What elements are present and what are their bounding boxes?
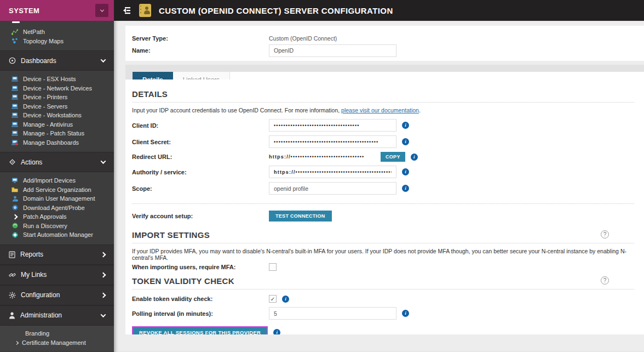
- sidebar-item-device-esx-hosts[interactable]: Device - ESX Hosts: [0, 75, 114, 84]
- sidebar-item-device-servers[interactable]: Device - Servers: [0, 102, 114, 111]
- system-dropdown-button[interactable]: [95, 4, 108, 17]
- monitor-icon: [11, 178, 19, 183]
- sidebar-item-label: Certificate Management: [22, 339, 86, 346]
- laptop-icon: [11, 122, 19, 127]
- sidebar-item-label: Manage Dashboards: [23, 139, 79, 146]
- chevron-right-icon: [101, 272, 106, 277]
- sidebar-item-patch-approvals[interactable]: Patch Approvals: [0, 212, 114, 222]
- sidebar-item-add-import-devices[interactable]: Add/Import Devices: [0, 176, 114, 185]
- sidebar-item-start-automation-manager[interactable]: Start Automation Manager: [0, 230, 114, 240]
- sidebar-item-topology-maps[interactable]: Topology Maps: [0, 37, 114, 46]
- sidebar-item-domain-user-management[interactable]: Domain User Management: [0, 194, 114, 203]
- info-icon[interactable]: i: [402, 122, 409, 129]
- info-icon[interactable]: i: [282, 296, 289, 303]
- automation-gear-icon: [11, 232, 19, 238]
- sidebar-section-actions[interactable]: Actions: [0, 152, 114, 172]
- gear-icon: [9, 292, 16, 299]
- laptop-icon: [11, 94, 19, 100]
- require-mfa-checkbox[interactable]: [269, 263, 277, 271]
- server-type-value: Custom (OpenID Connect): [269, 35, 337, 42]
- import-settings-description: If your IDP provides MFA, you may want t…: [132, 248, 634, 261]
- collapse-sidebar-icon[interactable]: [120, 6, 131, 15]
- section-label: My Links: [21, 271, 96, 279]
- info-icon[interactable]: i: [402, 310, 409, 317]
- details-description-end: .: [419, 107, 421, 113]
- laptop-icon: [11, 86, 19, 91]
- laptop-chart-icon: [11, 140, 19, 145]
- scope-input[interactable]: [269, 182, 396, 195]
- client-id-input[interactable]: [269, 119, 396, 132]
- chevron-right-icon: [15, 340, 19, 344]
- help-icon[interactable]: ?: [601, 276, 609, 285]
- sidebar-section-dashboards[interactable]: Dashboards: [0, 50, 114, 71]
- authority-service-input[interactable]: [269, 166, 396, 178]
- sidebar-item-manage-dashboards[interactable]: Manage Dashboards: [0, 138, 114, 147]
- sidebar-section-configuration[interactable]: Configuration: [0, 285, 114, 305]
- documentation-link[interactable]: please visit our documentation: [341, 107, 419, 113]
- sidebar-item-label: Manage - Patch Status: [23, 130, 84, 137]
- sidebar-item-label: Manage - Antivirus: [23, 121, 73, 128]
- sidebar-item-device-printers[interactable]: Device - Printers: [0, 93, 114, 102]
- info-icon[interactable]: i: [402, 185, 409, 192]
- enable-token-validity-checkbox[interactable]: ✓: [269, 295, 277, 303]
- client-secret-label: Client Secret:: [132, 139, 269, 145]
- sidebar-item-label: Add Service Organization: [23, 186, 91, 193]
- name-input[interactable]: [269, 44, 396, 57]
- user-icon: [11, 196, 19, 202]
- divider: [132, 289, 634, 289]
- redirect-url-value: https://•••••••••••••••••••••••••••••••: [269, 154, 376, 160]
- enable-token-validity-label: Enable token validity check:: [132, 296, 269, 302]
- client-id-label: Client ID:: [132, 122, 269, 129]
- system-context-bar: SYSTEM: [0, 0, 114, 21]
- info-icon[interactable]: i: [273, 329, 280, 334]
- chevron-down-icon: [101, 158, 106, 164]
- details-description-text: Input your IDP account credentials to us…: [132, 107, 341, 113]
- sidebar-item-label: Topology Maps: [23, 38, 64, 44]
- section-label: Reports: [20, 251, 96, 258]
- test-connection-button[interactable]: TEST CONNECTION: [269, 211, 332, 222]
- sidebar-item-run-a-discovery[interactable]: Run a Discovery: [0, 222, 114, 231]
- sidebar-section-my-links[interactable]: My Links: [0, 265, 114, 285]
- sidebar-section-administration[interactable]: Administration: [0, 305, 114, 326]
- divider: [132, 102, 634, 103]
- sidebar-item-download-agent-probe[interactable]: Download Agent/Probe: [0, 203, 114, 213]
- sidebar-item-manage-patch-status[interactable]: Manage - Patch Status: [0, 129, 114, 138]
- info-icon[interactable]: i: [402, 138, 409, 145]
- scope-label: Scope:: [132, 185, 269, 192]
- divider: [132, 203, 634, 204]
- details-tab-content: DETAILS Input your IDP account credentia…: [125, 80, 644, 334]
- chevron-right-icon: [101, 252, 106, 257]
- sidebar-item-add-service-organization[interactable]: Add Service Organization: [0, 185, 114, 195]
- info-icon[interactable]: i: [402, 168, 409, 175]
- discovery-icon: [11, 223, 19, 229]
- sidebar-section-reports[interactable]: Reports: [0, 245, 114, 265]
- chevron-right-icon: [101, 292, 106, 298]
- sidebar-item-certificate-management[interactable]: Certificate Management: [0, 338, 114, 348]
- help-icon[interactable]: ?: [601, 230, 609, 239]
- chevron-right-icon: [11, 215, 19, 219]
- copy-button[interactable]: COPY: [381, 152, 405, 162]
- sidebar-item-device-network-devices[interactable]: Device - Network Devices: [0, 84, 114, 93]
- sidebar-item-manage-antivirus[interactable]: Manage - Antivirus: [0, 120, 114, 129]
- actions-icon: [9, 158, 16, 166]
- verify-account-label: Verify account setup:: [132, 213, 269, 219]
- sidebar-item-branding[interactable]: Branding: [0, 329, 114, 338]
- sidebar: NetPath Topology Maps Dashboards Device …: [0, 21, 114, 352]
- sidebar-item-label: Start Automation Manager: [23, 231, 93, 238]
- info-icon[interactable]: i: [411, 154, 418, 161]
- sidebar-item-label: Device - Network Devices: [23, 85, 92, 92]
- download-icon: [11, 205, 19, 211]
- polling-interval-input[interactable]: [269, 307, 396, 320]
- sidebar-item-netpath[interactable]: NetPath: [0, 27, 114, 37]
- revoke-sessions-button[interactable]: REVOKE ALL SESSIONS FOR THIS PROVIDER: [132, 326, 268, 334]
- person-icon: [9, 312, 15, 319]
- chevron-down-icon: [100, 8, 104, 12]
- client-secret-input[interactable]: [269, 135, 396, 148]
- server-type-label: Server Type:: [132, 35, 269, 42]
- laptop-icon: [11, 76, 19, 82]
- dashboards-icon: [9, 57, 16, 64]
- chevron-down-icon: [101, 312, 106, 317]
- details-heading: DETAILS: [132, 89, 168, 99]
- sidebar-item-device-workstations[interactable]: Device - Workstations: [0, 111, 114, 120]
- sidebar-item-partial[interactable]: [0, 21, 114, 26]
